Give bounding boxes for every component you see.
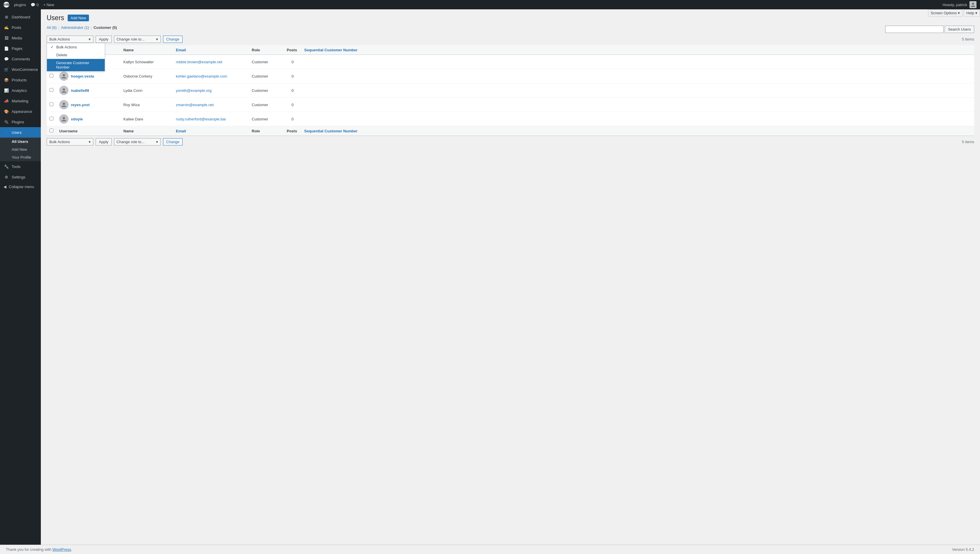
screen-options-button[interactable]: Screen Options ▾ — [928, 10, 963, 17]
sidebar-item-posts[interactable]: ✍ Posts — [0, 22, 41, 33]
email-link[interactable]: rusty.rutherford@example.bar — [176, 117, 226, 121]
filter-all-link[interactable]: All (6) — [47, 25, 57, 30]
search-users-input[interactable] — [885, 25, 943, 33]
dropdown-item-generate-customer-number[interactable]: Generate Customer Number — [47, 59, 105, 71]
bulk-actions-trigger[interactable]: Bulk Actions ▾ — [47, 35, 93, 43]
table-header-row: Username Name Email Role Posts — [47, 45, 974, 55]
th-posts: Posts — [284, 45, 301, 55]
row-posts: 0 — [284, 98, 301, 112]
th-sequential-customer-number: Sequential Customer Number — [301, 45, 974, 55]
add-new-button[interactable]: Add New — [68, 14, 89, 21]
change-role-chevron: ▾ — [156, 37, 158, 41]
change-role-bottom-chevron: ▾ — [156, 140, 158, 144]
tablenav-bottom: Bulk Actions ▾ Apply Change role to... ▾… — [47, 138, 974, 145]
topbar-new[interactable]: + New — [43, 3, 54, 7]
row-sequential-customer-number — [301, 112, 974, 126]
woocommerce-icon: 🛒 — [3, 67, 10, 72]
sidebar-sub-item-all-users[interactable]: All Users — [0, 138, 41, 145]
sidebar-item-settings[interactable]: ⚙ Settings — [0, 172, 41, 182]
change-role-select-bottom[interactable]: Change role to... ▾ — [114, 138, 161, 145]
username-link[interactable]: xdoyle — [71, 117, 83, 121]
help-button[interactable]: Help ▾ — [964, 10, 980, 17]
apply-button-top[interactable]: Apply — [96, 35, 112, 43]
email-link[interactable]: kohler.gaetano@example.com — [176, 74, 227, 78]
sidebar-item-plugins[interactable]: 🔌 Plugins — [0, 117, 41, 127]
sidebar-item-analytics[interactable]: 📊 Analytics — [0, 85, 41, 96]
svg-point-5 — [63, 103, 65, 105]
change-button-bottom[interactable]: Change — [163, 138, 183, 145]
email-sort-link[interactable]: Email — [176, 48, 186, 52]
sidebar-item-comments[interactable]: 💬 Comments — [0, 54, 41, 64]
svg-point-4 — [63, 88, 65, 91]
user-avatar — [59, 114, 69, 124]
topbar-left: W plugins 💬 0 + New — [3, 2, 54, 8]
seq-num-sort-link[interactable]: Sequential Customer Number — [304, 48, 358, 52]
select-all-checkbox-bottom[interactable] — [49, 129, 53, 132]
search-users-button[interactable]: Search Users — [945, 25, 974, 33]
howdy-text: Howdy, patrick — [943, 3, 967, 7]
sidebar-item-marketing[interactable]: 📣 Marketing — [0, 96, 41, 106]
email-link[interactable]: ysmith@example.org — [176, 88, 212, 93]
row-sequential-customer-number — [301, 55, 974, 69]
screen-options-label: Screen Options — [931, 11, 957, 15]
row-select-checkbox[interactable] — [49, 117, 53, 120]
sidebar-item-appearance[interactable]: 🎨 Appearance — [0, 106, 41, 117]
table-row: bud58 Katlyn Schowalter robbie.brown@exa… — [47, 55, 974, 69]
row-sequential-customer-number — [301, 69, 974, 83]
row-select-checkbox[interactable] — [49, 88, 53, 92]
tf-sequential-customer-number: Sequential Customer Number — [301, 126, 974, 136]
table-footer-row: Username Name Email Role Posts — [47, 126, 974, 136]
dropdown-item-bulk-actions[interactable]: ✓ Bulk Actions — [47, 43, 105, 51]
sidebar-item-media[interactable]: 🖼 Media — [0, 33, 41, 43]
table-row: xdoyle Kailee Dare rusty.rutherford@exam… — [47, 112, 974, 126]
sidebar-menu: ⊞ Dashboard ✍ Posts 🖼 Media 📄 Pages 💬 Co… — [0, 10, 41, 182]
username-link[interactable]: hoeger.vesta — [71, 74, 94, 78]
dropdown-item-delete[interactable]: Delete — [47, 51, 105, 59]
change-role-select[interactable]: Change role to... ▾ — [114, 35, 161, 43]
help-arrow: ▾ — [975, 11, 977, 15]
search-users-form: Search Users — [885, 25, 974, 33]
topbar-site-name[interactable]: plugins — [14, 3, 26, 7]
collapse-label: Collapse menu — [9, 185, 34, 189]
bulk-actions-select-bottom[interactable]: Bulk Actions ▾ — [47, 138, 93, 145]
sidebar-item-woocommerce[interactable]: 🛒 WooCommerce — [0, 64, 41, 75]
page-header: Users Add New — [47, 14, 974, 22]
sidebar: ⊞ Dashboard ✍ Posts 🖼 Media 📄 Pages 💬 Co… — [0, 10, 41, 544]
row-name: Kailee Dare — [121, 112, 173, 126]
wp-logo[interactable]: W — [3, 2, 10, 8]
sidebar-item-dashboard[interactable]: ⊞ Dashboard — [0, 12, 41, 22]
change-button-top[interactable]: Change — [163, 35, 183, 43]
sidebar-item-label: Analytics — [12, 88, 27, 93]
email-link[interactable]: zmarvin@example.net — [176, 103, 214, 107]
row-username: reyes.yost — [56, 98, 121, 112]
apply-button-bottom[interactable]: Apply — [96, 138, 112, 145]
username-link[interactable]: reyes.yost — [71, 103, 89, 107]
username-link[interactable]: isabelle99 — [71, 88, 89, 93]
bulk-actions-bottom-label: Bulk Actions — [49, 140, 70, 144]
th-role: Role — [249, 45, 284, 55]
sidebar-item-label: WooCommerce — [12, 67, 38, 72]
sidebar-sub-users: All Users Add New Your Profile — [0, 138, 41, 161]
seq-num-sort-link-bottom[interactable]: Sequential Customer Number — [304, 129, 358, 133]
sidebar-item-pages[interactable]: 📄 Pages — [0, 43, 41, 54]
email-sort-link-bottom[interactable]: Email — [176, 129, 186, 133]
sidebar-sub-item-your-profile[interactable]: Your Profile — [0, 153, 41, 161]
subsubsub: All (6) | Administrator (1) | Customer (… — [47, 25, 117, 30]
row-name: Roy Wiza — [121, 98, 173, 112]
bulk-actions-bottom-chevron: ▾ — [89, 140, 91, 144]
tf-username: Username — [56, 126, 121, 136]
top-actions: All (6) | Administrator (1) | Customer (… — [47, 25, 974, 33]
row-select-checkbox[interactable] — [49, 102, 53, 106]
wordpress-link[interactable]: WordPress — [53, 547, 71, 552]
row-select-checkbox[interactable] — [49, 74, 53, 78]
topbar-right: Howdy, patrick — [943, 1, 977, 8]
email-link[interactable]: robbie.brown@example.net — [176, 60, 222, 64]
topbar-comments[interactable]: 💬 0 — [30, 3, 38, 7]
sidebar-item-users[interactable]: 👤 Users — [0, 127, 41, 138]
sidebar-sub-item-add-new[interactable]: Add New — [0, 145, 41, 153]
sidebar-item-tools[interactable]: 🔧 Tools — [0, 161, 41, 172]
sidebar-item-products[interactable]: 📦 Products — [0, 75, 41, 85]
collapse-menu-button[interactable]: ◀ Collapse menu — [0, 182, 41, 191]
sidebar-item-label: Dashboard — [12, 15, 30, 19]
filter-administrator-link[interactable]: Administrator (1) — [61, 25, 89, 30]
